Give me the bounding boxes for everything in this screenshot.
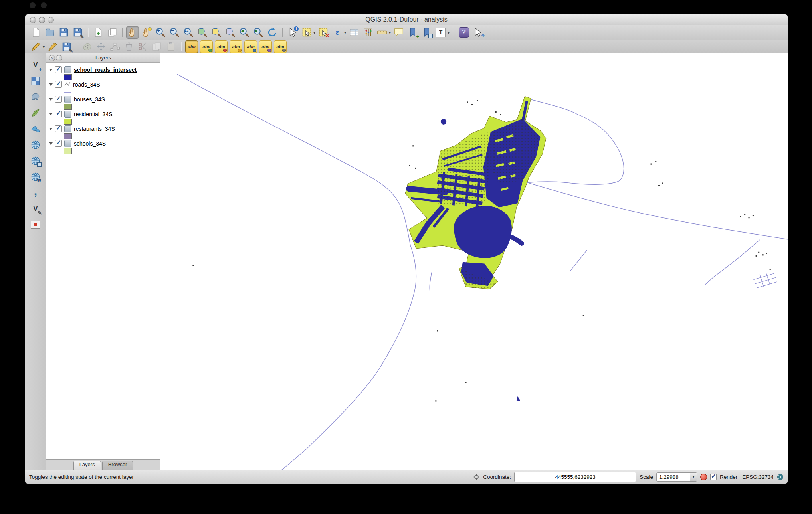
minimize-window-icon[interactable] bbox=[39, 17, 45, 23]
layer-type-icon bbox=[64, 66, 71, 73]
cut-features-icon bbox=[137, 41, 149, 53]
composer-manager-icon[interactable] bbox=[106, 26, 118, 38]
label-highlight-icon[interactable]: abc bbox=[230, 40, 242, 53]
collapse-arrow-icon[interactable] bbox=[49, 128, 53, 130]
pan-to-selection-icon[interactable] bbox=[141, 26, 152, 38]
run-feature-action-icon[interactable]: ε bbox=[331, 26, 343, 38]
zoom-out-icon[interactable]: − bbox=[168, 26, 180, 38]
layer-visibility-checkbox[interactable] bbox=[55, 96, 62, 103]
layer-swatch bbox=[64, 133, 72, 139]
field-calculator-icon[interactable] bbox=[362, 26, 374, 38]
collapse-arrow-icon[interactable] bbox=[49, 83, 53, 86]
zoom-last-icon[interactable]: ◂ bbox=[238, 26, 250, 38]
current-edits-dropdown-icon[interactable]: ▾ bbox=[43, 45, 45, 49]
crs-icon[interactable] bbox=[777, 474, 784, 480]
identify-features-icon[interactable]: i bbox=[287, 26, 299, 38]
layer-labeling-options-icon[interactable]: abc bbox=[185, 40, 198, 53]
label-toggle-icon[interactable]: abc bbox=[200, 40, 213, 53]
add-wcs-layer-icon[interactable] bbox=[30, 155, 42, 167]
layer-visibility-checkbox[interactable] bbox=[55, 140, 62, 147]
node-tool-icon bbox=[109, 41, 121, 53]
help-icon[interactable]: ? bbox=[458, 26, 470, 38]
zoom-in-icon[interactable]: + bbox=[154, 26, 166, 38]
zoom-to-layer-icon[interactable] bbox=[224, 26, 236, 38]
move-feature-icon bbox=[95, 41, 107, 53]
render-label: Render bbox=[720, 474, 737, 480]
layer-item[interactable]: schools_34S bbox=[46, 140, 160, 154]
add-delimited-text-layer-icon[interactable]: , bbox=[30, 187, 42, 199]
panel-close-icon[interactable]: × bbox=[49, 55, 55, 61]
new-composer-icon[interactable] bbox=[92, 26, 104, 38]
collapse-arrow-icon[interactable] bbox=[49, 113, 53, 115]
label-rotate-icon[interactable]: abc bbox=[259, 40, 272, 53]
map-canvas[interactable] bbox=[160, 53, 788, 470]
label-properties-icon[interactable]: abc bbox=[274, 40, 287, 53]
text-annotation-icon[interactable]: T bbox=[435, 26, 447, 38]
zoom-window-icon[interactable] bbox=[48, 17, 54, 23]
save-project-as-icon[interactable]: ✎ bbox=[72, 26, 84, 38]
layer-visibility-checkbox[interactable] bbox=[55, 81, 62, 88]
feature-action-dropdown-icon[interactable]: ▾ bbox=[344, 30, 346, 35]
add-spatialite-layer-icon[interactable] bbox=[30, 107, 42, 119]
tab-browser[interactable]: Browser bbox=[102, 461, 133, 470]
add-raster-layer-icon[interactable] bbox=[30, 75, 42, 87]
toggle-editing-icon[interactable] bbox=[47, 41, 59, 53]
coordinate-input[interactable] bbox=[514, 472, 636, 482]
layer-item[interactable]: houses_34S bbox=[46, 95, 160, 110]
zoom-native-icon[interactable]: 1:1 bbox=[182, 26, 194, 38]
remove-layer-icon[interactable] bbox=[30, 219, 42, 231]
annotation-dropdown-icon[interactable]: ▾ bbox=[448, 30, 450, 35]
zoom-full-icon[interactable] bbox=[196, 26, 208, 38]
close-window-icon[interactable] bbox=[30, 17, 36, 23]
collapse-arrow-icon[interactable] bbox=[49, 98, 53, 101]
open-attribute-table-icon[interactable] bbox=[348, 26, 360, 38]
label-move-icon[interactable]: abc bbox=[244, 40, 257, 53]
layer-visibility-checkbox[interactable] bbox=[55, 125, 62, 132]
new-project-icon[interactable] bbox=[30, 26, 42, 38]
tab-layers[interactable]: Layers bbox=[73, 461, 101, 470]
layer-name: schools_34S bbox=[74, 140, 106, 147]
add-mssql-layer-icon[interactable] bbox=[30, 123, 42, 135]
new-bookmark-icon[interactable]: + bbox=[407, 26, 419, 38]
deselect-features-icon[interactable]: × bbox=[317, 26, 329, 38]
background-dot bbox=[30, 2, 36, 8]
layer-visibility-checkbox[interactable] bbox=[55, 66, 62, 73]
measure-dropdown-icon[interactable]: ▾ bbox=[389, 30, 391, 35]
layer-item[interactable]: roads_34S bbox=[46, 81, 160, 95]
new-shapefile-layer-icon[interactable]: V✎ bbox=[30, 203, 42, 215]
pan-map-icon[interactable] bbox=[127, 26, 139, 38]
add-wms-layer-icon[interactable] bbox=[30, 139, 42, 151]
show-bookmarks-icon[interactable] bbox=[421, 26, 433, 38]
save-layer-edits-icon[interactable]: ✎ bbox=[61, 41, 73, 53]
current-edits-icon[interactable] bbox=[30, 41, 42, 53]
layer-item[interactable]: school_roads_intersect bbox=[46, 66, 160, 81]
collapse-arrow-icon[interactable] bbox=[49, 142, 53, 145]
delete-selected-icon bbox=[123, 41, 135, 53]
save-project-icon[interactable] bbox=[58, 26, 70, 38]
render-checkbox[interactable] bbox=[710, 474, 717, 480]
scale-dropdown-icon[interactable]: ▾ bbox=[690, 473, 697, 481]
select-features-dropdown-icon[interactable]: ▾ bbox=[313, 30, 315, 35]
add-vector-layer-icon[interactable]: V+ bbox=[30, 59, 42, 71]
stop-render-icon[interactable] bbox=[700, 474, 707, 480]
label-pin-icon[interactable]: abc bbox=[215, 40, 228, 53]
panel-float-icon[interactable]: ◦ bbox=[56, 55, 62, 61]
zoom-next-icon[interactable]: ▸ bbox=[252, 26, 264, 38]
open-project-icon[interactable] bbox=[44, 26, 56, 38]
layer-item[interactable]: residential_34S bbox=[46, 110, 160, 125]
line-layer-icon bbox=[64, 81, 71, 88]
scale-combo[interactable]: 1:29988 ▾ bbox=[656, 472, 697, 482]
measure-icon[interactable] bbox=[376, 26, 388, 38]
select-features-icon[interactable] bbox=[301, 26, 313, 38]
map-tips-icon[interactable] bbox=[393, 26, 405, 38]
add-wfs-layer-icon[interactable]: W bbox=[30, 171, 42, 183]
collapse-arrow-icon[interactable] bbox=[49, 69, 53, 71]
refresh-map-icon[interactable] bbox=[266, 26, 278, 38]
whats-this-icon[interactable]: ? bbox=[472, 26, 484, 38]
mouse-position-icon[interactable] bbox=[473, 474, 480, 480]
layer-visibility-checkbox[interactable] bbox=[55, 111, 62, 117]
add-postgis-layer-icon[interactable] bbox=[30, 91, 42, 103]
map-rendering bbox=[160, 53, 788, 470]
zoom-to-selection-icon[interactable] bbox=[210, 26, 222, 38]
layer-item[interactable]: restaurants_34S bbox=[46, 125, 160, 140]
